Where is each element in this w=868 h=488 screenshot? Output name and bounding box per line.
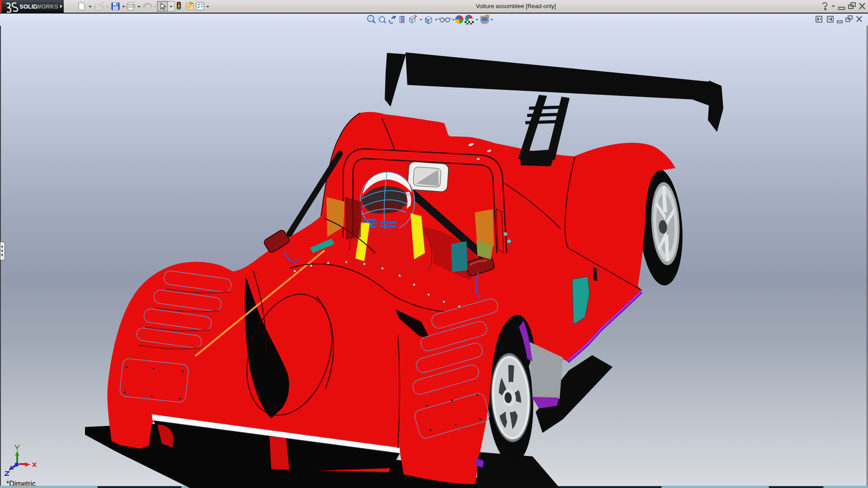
svg-text:SOLID: SOLID (19, 3, 38, 10)
svg-text:WORKS: WORKS (36, 3, 58, 10)
